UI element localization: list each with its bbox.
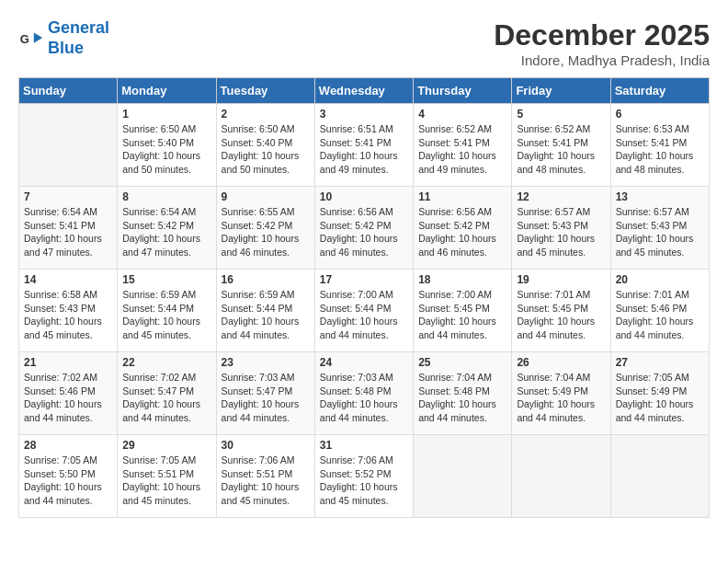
day-number: 19 <box>517 273 605 286</box>
header-thursday: Thursday <box>414 78 512 104</box>
day-number: 1 <box>122 108 210 121</box>
day-info: Sunrise: 6:58 AM Sunset: 5:43 PM Dayligh… <box>24 288 112 342</box>
day-info: Sunrise: 7:06 AM Sunset: 5:52 PM Dayligh… <box>320 454 408 508</box>
month-title: December 2025 <box>494 18 710 52</box>
day-info: Sunrise: 6:51 AM Sunset: 5:41 PM Dayligh… <box>320 122 408 177</box>
header-tuesday: Tuesday <box>216 78 314 104</box>
day-info: Sunrise: 7:00 AM Sunset: 5:45 PM Dayligh… <box>418 288 506 342</box>
day-info: Sunrise: 7:03 AM Sunset: 5:47 PM Dayligh… <box>222 371 310 425</box>
day-number: 24 <box>320 356 408 369</box>
day-info: Sunrise: 6:57 AM Sunset: 5:43 PM Dayligh… <box>616 205 704 259</box>
logo-text: General Blue <box>48 18 109 58</box>
calendar-cell: 16Sunrise: 6:59 AM Sunset: 5:44 PM Dayli… <box>216 270 314 352</box>
title-block: December 2025 Indore, Madhya Pradesh, In… <box>494 18 710 68</box>
calendar-cell: 31Sunrise: 7:06 AM Sunset: 5:52 PM Dayli… <box>314 435 413 518</box>
day-number: 31 <box>320 439 408 452</box>
day-info: Sunrise: 6:56 AM Sunset: 5:42 PM Dayligh… <box>320 205 408 259</box>
week-row-1: 1Sunrise: 6:50 AM Sunset: 5:40 PM Daylig… <box>19 104 710 187</box>
week-row-5: 28Sunrise: 7:05 AM Sunset: 5:50 PM Dayli… <box>19 435 710 518</box>
logo: G General Blue <box>18 18 109 58</box>
calendar-header-row: SundayMondayTuesdayWednesdayThursdayFrid… <box>19 78 710 104</box>
day-info: Sunrise: 7:01 AM Sunset: 5:45 PM Dayligh… <box>517 288 605 342</box>
header-sunday: Sunday <box>19 78 118 104</box>
day-number: 11 <box>418 190 506 203</box>
day-number: 2 <box>222 108 310 121</box>
day-info: Sunrise: 7:01 AM Sunset: 5:46 PM Dayligh… <box>616 288 704 342</box>
calendar-cell: 18Sunrise: 7:00 AM Sunset: 5:45 PM Dayli… <box>414 270 512 352</box>
calendar-cell: 6Sunrise: 6:53 AM Sunset: 5:41 PM Daylig… <box>610 104 709 187</box>
calendar-cell <box>414 435 512 518</box>
day-number: 30 <box>222 439 310 452</box>
day-info: Sunrise: 7:04 AM Sunset: 5:48 PM Dayligh… <box>418 371 506 425</box>
day-info: Sunrise: 7:02 AM Sunset: 5:46 PM Dayligh… <box>24 371 112 425</box>
day-info: Sunrise: 7:02 AM Sunset: 5:47 PM Dayligh… <box>122 371 210 425</box>
calendar-cell: 21Sunrise: 7:02 AM Sunset: 5:46 PM Dayli… <box>19 352 118 435</box>
week-row-3: 14Sunrise: 6:58 AM Sunset: 5:43 PM Dayli… <box>19 270 710 352</box>
calendar-cell: 14Sunrise: 6:58 AM Sunset: 5:43 PM Dayli… <box>19 270 118 352</box>
calendar-cell <box>512 435 610 518</box>
calendar-cell: 9Sunrise: 6:55 AM Sunset: 5:42 PM Daylig… <box>216 187 314 270</box>
day-info: Sunrise: 7:04 AM Sunset: 5:49 PM Dayligh… <box>517 371 605 425</box>
calendar-cell: 19Sunrise: 7:01 AM Sunset: 5:45 PM Dayli… <box>512 270 610 352</box>
calendar-cell <box>19 104 118 187</box>
day-number: 20 <box>616 273 704 286</box>
day-number: 7 <box>24 190 112 203</box>
calendar-cell: 22Sunrise: 7:02 AM Sunset: 5:47 PM Dayli… <box>118 352 216 435</box>
calendar-cell: 27Sunrise: 7:05 AM Sunset: 5:49 PM Dayli… <box>610 352 709 435</box>
day-info: Sunrise: 6:59 AM Sunset: 5:44 PM Dayligh… <box>222 288 310 342</box>
day-number: 16 <box>222 273 310 286</box>
day-info: Sunrise: 6:52 AM Sunset: 5:41 PM Dayligh… <box>517 122 605 177</box>
day-number: 22 <box>122 356 210 369</box>
calendar-cell: 15Sunrise: 6:59 AM Sunset: 5:44 PM Dayli… <box>118 270 216 352</box>
day-number: 12 <box>517 190 605 203</box>
day-number: 13 <box>616 190 704 203</box>
day-info: Sunrise: 6:50 AM Sunset: 5:40 PM Dayligh… <box>222 122 310 177</box>
calendar-cell: 8Sunrise: 6:54 AM Sunset: 5:42 PM Daylig… <box>118 187 216 270</box>
calendar-table: SundayMondayTuesdayWednesdayThursdayFrid… <box>18 77 710 518</box>
header-wednesday: Wednesday <box>314 78 413 104</box>
calendar-cell: 23Sunrise: 7:03 AM Sunset: 5:47 PM Dayli… <box>216 352 314 435</box>
day-info: Sunrise: 6:57 AM Sunset: 5:43 PM Dayligh… <box>517 205 605 259</box>
calendar-cell: 7Sunrise: 6:54 AM Sunset: 5:41 PM Daylig… <box>19 187 118 270</box>
calendar-cell: 26Sunrise: 7:04 AM Sunset: 5:49 PM Dayli… <box>512 352 610 435</box>
calendar-body: 1Sunrise: 6:50 AM Sunset: 5:40 PM Daylig… <box>19 104 710 518</box>
day-info: Sunrise: 6:52 AM Sunset: 5:41 PM Dayligh… <box>418 122 506 177</box>
svg-text:G: G <box>20 31 29 45</box>
day-info: Sunrise: 6:53 AM Sunset: 5:41 PM Dayligh… <box>616 122 704 177</box>
day-number: 6 <box>616 108 704 121</box>
day-number: 3 <box>320 108 408 121</box>
logo-line2: Blue <box>48 39 84 57</box>
page-header: G General Blue December 2025 Indore, Mad… <box>18 18 710 68</box>
day-number: 29 <box>122 439 210 452</box>
day-info: Sunrise: 6:54 AM Sunset: 5:42 PM Dayligh… <box>122 205 210 259</box>
calendar-cell: 11Sunrise: 6:56 AM Sunset: 5:42 PM Dayli… <box>414 187 512 270</box>
day-number: 10 <box>320 190 408 203</box>
day-number: 18 <box>418 273 506 286</box>
calendar-cell: 24Sunrise: 7:03 AM Sunset: 5:48 PM Dayli… <box>314 352 413 435</box>
day-info: Sunrise: 6:55 AM Sunset: 5:42 PM Dayligh… <box>222 205 310 259</box>
day-info: Sunrise: 7:05 AM Sunset: 5:49 PM Dayligh… <box>616 371 704 425</box>
day-number: 23 <box>222 356 310 369</box>
day-number: 25 <box>418 356 506 369</box>
calendar-cell: 5Sunrise: 6:52 AM Sunset: 5:41 PM Daylig… <box>512 104 610 187</box>
logo-line1: General <box>48 18 109 37</box>
week-row-4: 21Sunrise: 7:02 AM Sunset: 5:46 PM Dayli… <box>19 352 710 435</box>
day-number: 17 <box>320 273 408 286</box>
calendar-cell: 4Sunrise: 6:52 AM Sunset: 5:41 PM Daylig… <box>414 104 512 187</box>
day-info: Sunrise: 7:06 AM Sunset: 5:51 PM Dayligh… <box>222 454 310 508</box>
day-info: Sunrise: 6:54 AM Sunset: 5:41 PM Dayligh… <box>24 205 112 259</box>
calendar-cell <box>610 435 709 518</box>
day-number: 21 <box>24 356 112 369</box>
week-row-2: 7Sunrise: 6:54 AM Sunset: 5:41 PM Daylig… <box>19 187 710 270</box>
calendar-cell: 10Sunrise: 6:56 AM Sunset: 5:42 PM Dayli… <box>314 187 413 270</box>
calendar-cell: 28Sunrise: 7:05 AM Sunset: 5:50 PM Dayli… <box>19 435 118 518</box>
calendar-cell: 20Sunrise: 7:01 AM Sunset: 5:46 PM Dayli… <box>610 270 709 352</box>
calendar-cell: 13Sunrise: 6:57 AM Sunset: 5:43 PM Dayli… <box>610 187 709 270</box>
header-friday: Friday <box>512 78 610 104</box>
day-number: 4 <box>418 108 506 121</box>
calendar-cell: 2Sunrise: 6:50 AM Sunset: 5:40 PM Daylig… <box>216 104 314 187</box>
calendar-cell: 1Sunrise: 6:50 AM Sunset: 5:40 PM Daylig… <box>118 104 216 187</box>
day-info: Sunrise: 7:00 AM Sunset: 5:44 PM Dayligh… <box>320 288 408 342</box>
day-number: 8 <box>122 190 210 203</box>
calendar-cell: 30Sunrise: 7:06 AM Sunset: 5:51 PM Dayli… <box>216 435 314 518</box>
